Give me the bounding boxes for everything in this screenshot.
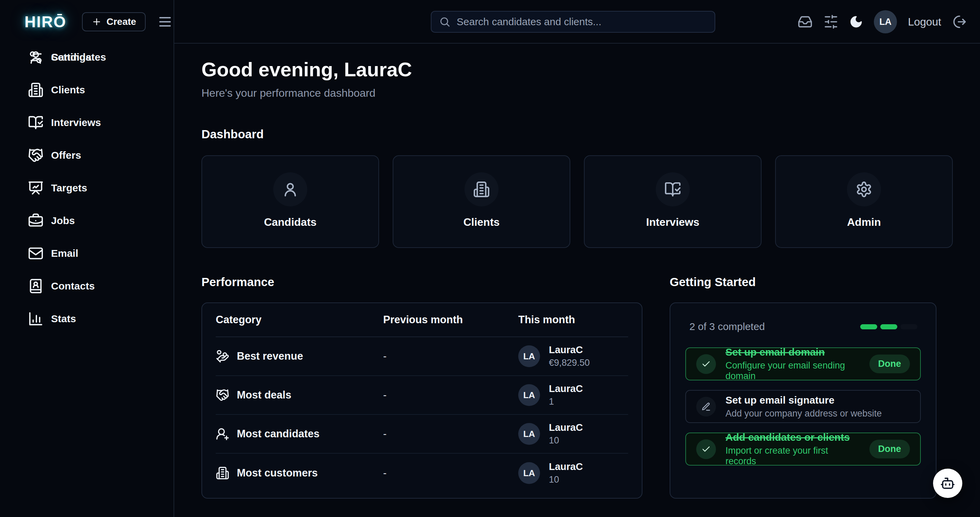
create-button[interactable]: Create: [82, 12, 146, 31]
card-label: Interviews: [646, 216, 700, 228]
global-search[interactable]: [431, 11, 715, 33]
column-previous-month: Previous month: [383, 314, 518, 326]
checklist-item-email-signature[interactable]: Set up email signature Add your company …: [685, 390, 921, 423]
row-user-value: 10: [549, 435, 583, 446]
dashboard-heading: Dashboard: [202, 128, 953, 141]
row-user-name: LauraC: [549, 383, 583, 394]
table-row: Most deals - LA LauraC 1: [216, 376, 628, 415]
checklist-item-add-records[interactable]: Add candidates or clients Import or crea…: [685, 432, 921, 466]
card-label: Admin: [847, 216, 881, 228]
getting-started-panel: 2 of 3 completed Set up email domain: [670, 302, 937, 499]
assistant-fab[interactable]: [933, 469, 962, 498]
user-plus-icon: [216, 427, 229, 441]
table-row: Most customers - LA LauraC 10: [216, 454, 628, 493]
sidebar-header: HIRŌ Create: [0, 0, 173, 44]
sliders-icon: [28, 49, 43, 65]
checklist-item-description: Import or create your first records: [725, 445, 860, 467]
checklist-item-description: Configure your email sending domain: [725, 360, 860, 381]
progress-bar: [860, 324, 917, 329]
performance-table: Category Previous month This month Best …: [202, 302, 643, 499]
row-previous-value: -: [383, 389, 518, 401]
inbox-icon[interactable]: [798, 14, 813, 29]
filters-icon[interactable]: [824, 14, 838, 29]
menu-icon[interactable]: [159, 17, 171, 27]
sidebar-item-label: Settings: [51, 51, 91, 63]
card-candidates[interactable]: Candidats: [202, 155, 379, 248]
row-category: Best revenue: [237, 350, 303, 362]
search-icon: [439, 16, 450, 27]
sidebar: HIRŌ Create Candidates Clients Interview…: [0, 0, 174, 517]
row-category: Most candidates: [237, 428, 320, 440]
hand-coins-icon: [216, 349, 229, 363]
pencil-icon: [696, 397, 716, 416]
robot-icon: [940, 476, 955, 491]
checklist-item-email-domain[interactable]: Set up email domain Configure your email…: [685, 347, 921, 380]
card-interviews[interactable]: Interviews: [584, 155, 762, 248]
getting-started-section: Getting Started 2 of 3 completed: [670, 275, 937, 499]
row-user-value: 10: [549, 474, 583, 485]
checklist-item-title: Set up email signature: [725, 394, 910, 406]
card-admin[interactable]: Admin: [775, 155, 953, 248]
getting-started-heading: Getting Started: [670, 275, 937, 289]
dashboard-cards: Candidats Clients Interviews Admin: [202, 155, 953, 248]
table-header: Category Previous month This month: [216, 303, 628, 337]
card-label: Candidats: [264, 216, 317, 228]
row-user-value: 1: [549, 396, 583, 407]
topbar: LA Logout: [174, 0, 980, 44]
brand-logo: HIRŌ: [24, 13, 66, 31]
check-icon: [696, 439, 716, 459]
main-content: Good evening, LauraC Here's your perform…: [174, 44, 980, 517]
row-user-name: LauraC: [549, 461, 583, 472]
progress-segment: [900, 324, 917, 329]
progress-segment: [880, 324, 897, 329]
performance-section: Performance Category Previous month This…: [202, 275, 643, 499]
table-row: Most candidates - LA LauraC 10: [216, 415, 628, 454]
row-previous-value: -: [383, 351, 518, 362]
performance-heading: Performance: [202, 275, 643, 289]
progress-label: 2 of 3 completed: [689, 321, 765, 332]
dark-mode-moon-icon[interactable]: [850, 15, 863, 29]
done-badge: Done: [869, 354, 910, 373]
avatar: LA: [518, 423, 540, 445]
row-category: Most deals: [237, 389, 291, 401]
card-clients[interactable]: Clients: [393, 155, 570, 248]
avatar: LA: [518, 462, 540, 484]
greeting-subtitle: Here's your performance dashboard: [202, 87, 953, 99]
building-icon: [216, 466, 229, 480]
logout-icon[interactable]: [952, 14, 967, 29]
book-check-icon: [656, 172, 690, 206]
user-avatar[interactable]: LA: [874, 10, 897, 34]
card-label: Clients: [463, 216, 500, 228]
search-input[interactable]: [457, 16, 707, 27]
row-user-name: LauraC: [549, 422, 583, 433]
sidebar-footer: Settings: [0, 41, 173, 508]
checklist-item-title: Set up email domain: [725, 346, 860, 358]
checklist-item-description: Add your company address or website: [725, 408, 910, 419]
avatar: LA: [518, 345, 540, 367]
row-previous-value: -: [383, 467, 518, 479]
sidebar-item-settings[interactable]: Settings: [0, 41, 173, 73]
building-icon: [465, 172, 498, 206]
row-previous-value: -: [383, 428, 518, 440]
gear-icon: [847, 172, 881, 206]
handshake-icon: [216, 388, 229, 402]
progress-segment: [860, 324, 877, 329]
logout-button[interactable]: Logout: [908, 16, 941, 28]
topbar-actions: LA Logout: [798, 0, 967, 44]
row-category: Most customers: [237, 467, 318, 479]
check-icon: [696, 354, 716, 374]
avatar: LA: [518, 384, 540, 406]
create-button-label: Create: [107, 16, 136, 27]
greeting-title: Good evening, LauraC: [202, 58, 953, 81]
row-user-name: LauraC: [549, 344, 590, 356]
done-badge: Done: [869, 440, 910, 458]
table-row: Best revenue - LA LauraC €9,829.50: [216, 337, 628, 376]
checklist-item-title: Add candidates or clients: [725, 431, 860, 443]
column-category: Category: [216, 314, 383, 326]
plus-icon: [92, 17, 102, 27]
column-this-month: This month: [518, 314, 628, 326]
row-user-value: €9,829.50: [549, 357, 590, 368]
user-icon: [273, 172, 307, 206]
app-window: HIRŌ Create Candidates Clients Interview…: [0, 0, 980, 517]
